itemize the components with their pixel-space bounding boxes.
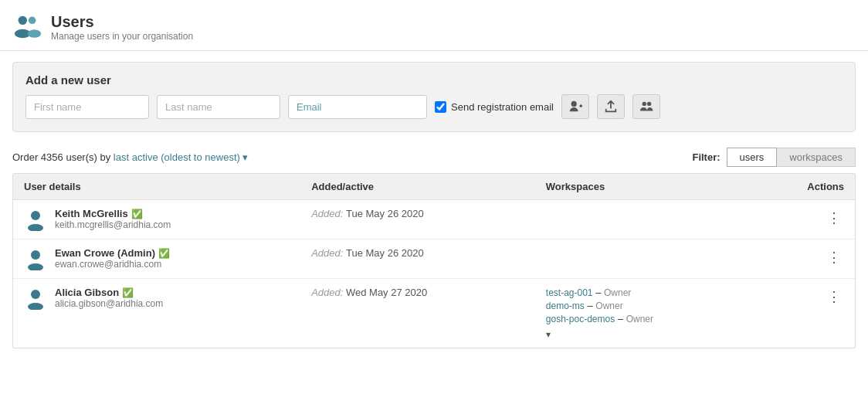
svg-point-4 [571, 101, 577, 107]
verified-icon: ✅ [131, 209, 143, 219]
svg-point-14 [28, 303, 43, 310]
actions-cell: ⋮ [755, 279, 855, 348]
user-table: User details Added/active Workspaces Act… [13, 174, 855, 348]
manage-users-icon [639, 100, 653, 114]
svg-point-2 [29, 17, 36, 25]
last-name-input[interactable] [157, 95, 280, 119]
filter-tab-users[interactable]: users [727, 148, 778, 167]
first-name-input[interactable] [25, 95, 149, 119]
workspace-link[interactable]: test-ag-001 [546, 287, 593, 298]
col-user-details: User details [13, 174, 300, 200]
user-details-cell: Alicia Gibson ✅alicia.gibson@aridhia.com [13, 279, 300, 348]
row-actions-menu-button[interactable]: ⋮ [824, 208, 844, 228]
user-name-email: Keith McGrellis ✅keith.mcgrellis@aridhia… [55, 208, 171, 230]
email-input[interactable] [288, 95, 427, 119]
avatar [24, 247, 47, 270]
workspace-link[interactable]: demo-ms [546, 301, 585, 311]
row-actions-menu-button[interactable]: ⋮ [824, 247, 844, 267]
svg-point-12 [28, 263, 43, 270]
svg-point-0 [19, 16, 27, 25]
user-details-cell: Ewan Crowe (Admin) ✅ewan.crowe@aridhia.c… [13, 239, 300, 279]
svg-point-10 [28, 224, 43, 231]
row-actions-menu-button[interactable]: ⋮ [824, 287, 844, 307]
workspace-link[interactable]: gosh-poc-demos [546, 314, 615, 324]
import-users-icon [604, 100, 618, 114]
table-row: Ewan Crowe (Admin) ✅ewan.crowe@aridhia.c… [13, 239, 855, 279]
page-title: Users [51, 12, 193, 31]
workspace-expand-icon[interactable]: ▾ [546, 329, 551, 340]
workspace-role: Owner [595, 301, 622, 311]
svg-point-11 [31, 250, 40, 260]
user-email: alicia.gibson@aridhia.com [55, 298, 163, 309]
filter-tab-workspaces[interactable]: workspaces [777, 148, 856, 167]
order-text: Order 4356 user(s) by last active (oldes… [12, 151, 692, 163]
svg-point-7 [643, 102, 646, 106]
avatar [24, 287, 47, 310]
user-name-email: Ewan Crowe (Admin) ✅ewan.crowe@aridhia.c… [55, 247, 170, 270]
svg-point-3 [28, 29, 41, 37]
workspaces-cell [535, 200, 755, 239]
page-subtitle: Manage users in your organisation [51, 31, 193, 42]
user-name-email: Alicia Gibson ✅alicia.gibson@aridhia.com [55, 287, 163, 309]
added-active-cell: Added: Tue May 26 2020 [300, 200, 535, 239]
add-user-panel: Add a new user Send registration email [12, 62, 856, 132]
filter-right: Filter: users workspaces [692, 148, 856, 167]
workspaces-cell: test-ag-001 – Ownerdemo-ms – Ownergosh-p… [535, 279, 755, 348]
user-email: keith.mcgrellis@aridhia.com [55, 219, 171, 230]
added-active-cell: Added: Tue May 26 2020 [300, 239, 535, 279]
user-table-wrapper: User details Added/active Workspaces Act… [12, 173, 856, 348]
workspace-role: Owner [604, 287, 631, 298]
user-name: Alicia Gibson [55, 287, 119, 298]
verified-icon: ✅ [122, 287, 134, 298]
add-user-form: Send registration email [25, 94, 843, 119]
added-active-cell: Added: Wed May 27 2020 [300, 279, 535, 348]
user-email: ewan.crowe@aridhia.com [55, 259, 170, 270]
registration-email-label[interactable]: Send registration email [435, 101, 554, 113]
user-details-cell: Keith McGrellis ✅keith.mcgrellis@aridhia… [13, 200, 300, 239]
avatar [24, 208, 47, 231]
table-row: Alicia Gibson ✅alicia.gibson@aridhia.com… [13, 279, 855, 348]
page-header-text: Users Manage users in your organisation [51, 12, 193, 42]
verified-icon: ✅ [158, 248, 170, 259]
order-prefix: Order [12, 151, 38, 163]
import-users-button[interactable] [597, 94, 625, 119]
sort-link[interactable]: last active (oldest to newest) ▾ [114, 151, 249, 163]
filter-label: Filter: [692, 151, 720, 163]
table-row: Keith McGrellis ✅keith.mcgrellis@aridhia… [13, 200, 855, 239]
users-icon [12, 11, 42, 42]
workspace-role: Owner [626, 314, 653, 324]
user-count-label: user(s) by [66, 151, 110, 163]
svg-point-8 [647, 102, 651, 106]
workspaces-cell [535, 239, 755, 279]
add-user-title: Add a new user [25, 73, 843, 87]
registration-email-text: Send registration email [451, 101, 554, 113]
manage-users-button[interactable] [632, 94, 660, 119]
page-header: Users Manage users in your organisation [0, 0, 868, 51]
svg-point-13 [31, 290, 40, 299]
user-count-value: 4356 [41, 151, 63, 163]
svg-point-9 [31, 211, 40, 220]
col-added-active: Added/active [300, 174, 535, 200]
registration-email-checkbox[interactable] [435, 101, 446, 113]
sort-label: last active (oldest to newest) [114, 151, 240, 163]
table-header-row: User details Added/active Workspaces Act… [13, 174, 855, 200]
actions-cell: ⋮ [755, 200, 855, 239]
add-user-button[interactable] [561, 94, 589, 119]
filter-bar: Order 4356 user(s) by last active (oldes… [0, 143, 868, 173]
add-user-icon [568, 100, 582, 114]
col-actions: Actions [755, 174, 855, 200]
user-name: Ewan Crowe (Admin) [55, 247, 155, 259]
user-name: Keith McGrellis [55, 208, 128, 219]
actions-cell: ⋮ [755, 239, 855, 279]
col-workspaces: Workspaces [535, 174, 755, 200]
